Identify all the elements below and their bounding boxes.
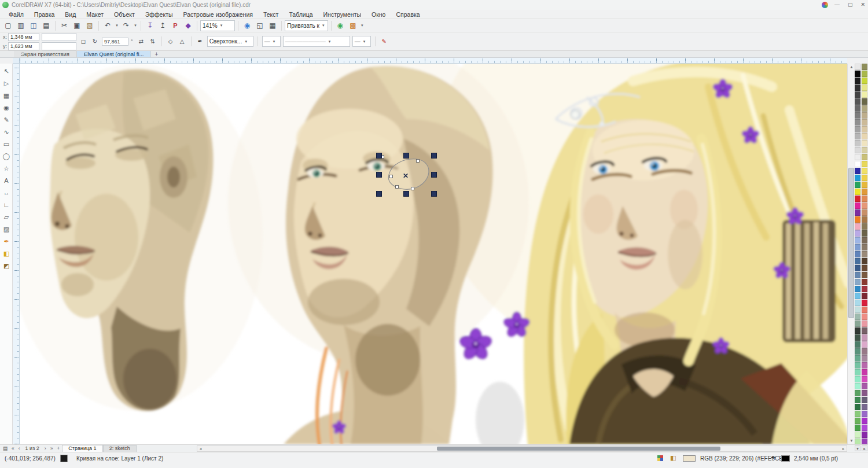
palette-swatch[interactable] (855, 71, 860, 77)
horizontal-scroll-thumb[interactable] (437, 447, 720, 451)
palette-swatch[interactable] (862, 362, 867, 368)
palette-swatch[interactable] (855, 237, 860, 244)
palette-swatch[interactable] (855, 314, 860, 320)
palette-swatch[interactable] (855, 286, 860, 292)
palette-swatch[interactable] (855, 327, 860, 334)
palette-swatch[interactable] (862, 140, 867, 146)
menu-item[interactable]: Эффекты (140, 10, 178, 19)
mirror-vertical-icon[interactable]: ⇅ (148, 37, 157, 46)
pos-y-field[interactable]: 1,623 мм (8, 42, 39, 50)
palette-swatch[interactable] (862, 216, 867, 223)
palette-swatch[interactable] (855, 334, 860, 341)
palette-swatch[interactable] (855, 279, 860, 285)
palette-swatch[interactable] (862, 307, 867, 313)
palette-swatch[interactable] (862, 425, 867, 431)
rectangle-tool-icon[interactable]: ▭ (0, 138, 13, 150)
palette-swatch[interactable] (855, 84, 860, 91)
palette-swatch[interactable] (855, 230, 860, 237)
palette-swatch[interactable] (862, 202, 867, 209)
document-tab[interactable]: Elvan Quest (original fi... (77, 51, 152, 57)
palette-swatch[interactable] (855, 348, 860, 355)
text-tool-icon[interactable]: А (0, 175, 13, 187)
page-tab[interactable]: Страница 1 (62, 445, 102, 452)
palette-swatch[interactable] (855, 383, 860, 389)
vertical-ruler[interactable] (13, 64, 20, 444)
paste-icon[interactable]: ▧ (84, 20, 95, 31)
palette-swatch[interactable] (862, 168, 867, 174)
palette-swatch[interactable] (862, 404, 867, 410)
page-tab[interactable]: 2: sketch (103, 445, 137, 452)
transparency-tool-icon[interactable]: ▨ (0, 223, 13, 235)
palette-swatch[interactable] (855, 216, 860, 223)
zoom-tool-icon[interactable]: ◉ (0, 102, 13, 114)
eyedropper-tool-icon[interactable]: ✒ (0, 235, 13, 248)
open-icon[interactable]: ▥ (15, 20, 27, 31)
vertical-scroll-thumb[interactable] (848, 168, 854, 318)
print-icon[interactable]: ▤ (41, 20, 52, 31)
palette-swatch[interactable] (862, 126, 867, 132)
palette-swatch[interactable] (862, 279, 867, 285)
palette-swatch[interactable] (862, 286, 867, 292)
freehand-tool-icon[interactable]: ✎ (0, 114, 13, 126)
pick-tool-icon[interactable]: ↖ (0, 65, 13, 78)
arrow-start-combo[interactable]: — ▾ (262, 36, 281, 47)
menu-item[interactable]: Растровые изображения (178, 10, 258, 19)
palette-swatch[interactable] (855, 265, 860, 271)
palette-swatch[interactable] (862, 230, 867, 237)
palette-swatch[interactable] (862, 320, 867, 327)
snap-to-combo[interactable]: Привязать к ▾ (285, 20, 328, 31)
shape-tool-icon[interactable]: ▷ (0, 78, 13, 90)
palette-swatch[interactable] (855, 154, 860, 160)
palette-swatch[interactable] (862, 418, 867, 424)
menu-item[interactable]: Правка (29, 10, 60, 19)
save-icon[interactable]: ◫ (28, 20, 39, 31)
close-button[interactable]: ✕ (859, 1, 867, 9)
artistic-media-tool-icon[interactable]: ∿ (0, 126, 13, 138)
palette-swatch[interactable] (855, 397, 860, 403)
palette-swatch[interactable] (862, 390, 867, 396)
palette-swatch[interactable] (862, 334, 867, 341)
document-tab[interactable]: Экран приветствия (14, 51, 77, 57)
palette-swatch[interactable] (862, 314, 867, 320)
palette-swatch[interactable] (862, 133, 867, 139)
palette-swatch[interactable] (862, 251, 867, 257)
palette-swatch[interactable] (862, 438, 867, 444)
palette-swatch[interactable] (855, 272, 860, 278)
palette-swatch[interactable] (855, 438, 860, 444)
palette-swatch[interactable] (862, 147, 867, 153)
palette-swatch[interactable] (862, 189, 867, 195)
menu-item[interactable]: Окно (366, 10, 391, 19)
palette-swatch[interactable] (862, 112, 867, 119)
palette-swatch[interactable] (855, 112, 860, 119)
palette-swatch[interactable] (862, 154, 867, 160)
palette-swatch[interactable] (855, 161, 860, 167)
cut-icon[interactable]: ✂ (58, 20, 70, 31)
interactive-fill-tool-icon[interactable]: ◧ (0, 248, 13, 260)
palette-swatch[interactable] (855, 147, 860, 153)
palette-swatch[interactable] (855, 411, 860, 417)
palette-swatch[interactable] (855, 293, 860, 299)
palette-swatch[interactable] (855, 119, 860, 126)
palette-swatch[interactable] (862, 182, 867, 188)
polygon-tool-icon[interactable]: ☆ (0, 163, 13, 175)
outline-width-combo[interactable]: Сверхтонк... ▾ (207, 36, 253, 47)
palette-swatch[interactable] (862, 300, 867, 306)
pdf-icon[interactable]: P (170, 20, 181, 31)
arrow-end-combo[interactable]: — ▾ (352, 36, 371, 47)
ellipse-tool-icon[interactable]: ◯ (0, 150, 13, 163)
scroll-right-icon[interactable]: ▸ (840, 446, 847, 451)
vertical-scrollbar[interactable]: ▲ ▼ (847, 64, 855, 444)
palette-swatch[interactable] (862, 383, 867, 389)
palette-scroll-down-icon[interactable]: ▾ (855, 445, 860, 451)
palette-swatch[interactable] (855, 223, 860, 230)
palette-swatch[interactable] (862, 119, 867, 126)
palette-swatch[interactable] (855, 244, 860, 250)
size-height-field[interactable] (42, 42, 76, 50)
undo-icon[interactable]: ↶ (102, 20, 113, 31)
welcome-icon[interactable]: ◉ (241, 20, 253, 31)
palette-swatch[interactable] (862, 432, 867, 438)
palette-swatch[interactable] (855, 300, 860, 306)
palette-expand-icon[interactable]: ▸ (862, 445, 867, 451)
menu-item[interactable]: Вид (60, 10, 81, 19)
palette-swatch[interactable] (855, 140, 860, 146)
